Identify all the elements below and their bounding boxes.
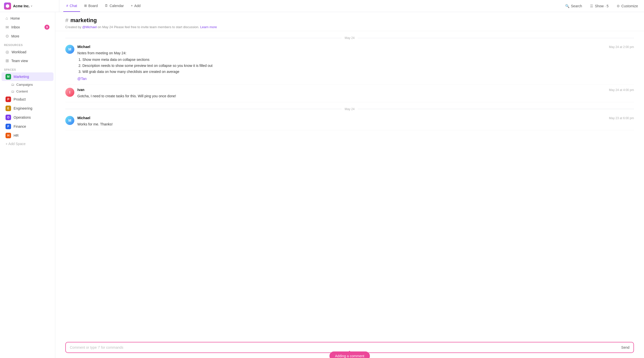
customize-button[interactable]: ⚙ Customize — [615, 3, 640, 9]
show-button[interactable]: ☰ Show · 5 — [588, 3, 610, 9]
subtitle-prefix: Created by — [65, 25, 82, 29]
sidebar-item-inbox-label: Inbox — [11, 25, 20, 29]
add-space-item[interactable]: + Add Space — [2, 140, 53, 147]
message-header-3: Michael May 23 at 6:00 pm — [77, 116, 634, 120]
tab-add-label: Add — [134, 4, 141, 8]
sidebar-item-more-label: More — [11, 34, 19, 38]
add-space-label: + Add Space — [6, 142, 26, 146]
folder-icon: 🗂 — [11, 83, 14, 86]
message-header-1: Michael May 24 at 2:00 pm — [77, 45, 634, 49]
calendar-icon: 🗓 — [105, 4, 108, 8]
tab-chat[interactable]: # Chat — [63, 0, 80, 12]
sidebar-hr-label: HR — [14, 133, 19, 138]
app-header: Acme Inc. ∨ — [4, 0, 59, 12]
sidebar-team-view-label: Team view — [11, 59, 28, 63]
engineering-avatar: E — [6, 106, 11, 111]
message-author-2: Ivan — [77, 88, 84, 92]
gear-icon: ⚙ — [617, 4, 620, 8]
list-item: Show more meta data on collapse sections — [82, 57, 634, 63]
comment-input[interactable] — [66, 342, 617, 352]
finance-avatar: F — [6, 124, 11, 129]
main-layout: ⌂ Home ✉ Inbox 9 ⊙ More Resources ◎ Work… — [0, 12, 644, 358]
chat-icon: # — [66, 4, 68, 8]
hash-icon: # — [65, 17, 68, 24]
sidebar-item-operations[interactable]: O Operations — [2, 113, 53, 122]
tab-add[interactable]: + Add — [128, 0, 144, 12]
sidebar-item-workload[interactable]: ◎ Workload — [2, 48, 53, 56]
operations-avatar: O — [6, 115, 11, 120]
sidebar-item-campaigns[interactable]: 🗂 Campaigns — [2, 81, 53, 88]
workload-icon: ◎ — [6, 50, 9, 54]
customize-label: Customize — [621, 4, 638, 8]
sidebar-marketing-label: Marketing — [14, 75, 29, 79]
resources-section-label: Resources — [0, 40, 55, 48]
more-icon: ⊙ — [6, 34, 9, 38]
message-author-3: Michael — [77, 116, 90, 120]
learn-more-link[interactable]: Learn more — [200, 25, 217, 29]
tab-calendar[interactable]: 🗓 Calendar — [102, 0, 127, 12]
sidebar-item-home[interactable]: ⌂ Home — [2, 14, 53, 22]
sidebar-item-team-view[interactable]: ⊞ Team view — [2, 57, 53, 65]
sidebar-item-product[interactable]: P Product — [2, 95, 53, 104]
search-button[interactable]: 🔍 Search — [563, 3, 584, 9]
tab-board[interactable]: ⊞ Board — [81, 0, 101, 12]
inbox-badge: 9 — [44, 25, 49, 30]
message-text-1: Notes from meeting on May 24: Show more … — [77, 50, 634, 81]
send-button[interactable]: Send — [617, 343, 633, 351]
content-area: # marketing Created by @Michael on May 2… — [55, 12, 644, 358]
app-logo — [4, 3, 11, 10]
search-label: Search — [571, 4, 582, 8]
sidebar-item-inbox[interactable]: ✉ Inbox 9 — [2, 23, 53, 31]
topbar-right: 🔍 Search ☰ Show · 5 ⚙ Customize — [563, 3, 640, 9]
sidebar-item-more[interactable]: ⊙ More — [2, 32, 53, 40]
campaigns-label: Campaigns — [16, 83, 33, 86]
sidebar-item-hr[interactable]: H HR — [2, 131, 53, 140]
inbox-icon: ✉ — [6, 25, 9, 30]
sidebar-item-engineering[interactable]: E Engineering — [2, 104, 53, 113]
app-chevron-icon[interactable]: ∨ — [31, 5, 32, 7]
show-label: Show · 5 — [595, 4, 608, 8]
home-icon: ⌂ — [6, 16, 8, 21]
messages-container: May 24 M Michael May 24 at 2:00 pm Notes… — [55, 31, 644, 338]
avatar-michael-2: M — [65, 116, 74, 125]
message-item-3: M Michael May 23 at 6:00 pm Works for me… — [65, 113, 634, 130]
comment-area: Send Adding a comment — [55, 338, 644, 358]
hr-avatar: H — [6, 133, 11, 138]
message-body-3: Michael May 23 at 6:00 pm Works for me. … — [77, 116, 634, 127]
message-text-2: Gotcha, I need to create tasks for this.… — [77, 93, 634, 99]
tab-chat-label: Chat — [70, 4, 77, 8]
message-item-2: I Ivan May 24 at 4:00 pm Gotcha, I need … — [65, 85, 634, 102]
spaces-section-label: Spaces — [0, 65, 55, 72]
sidebar-finance-label: Finance — [14, 124, 26, 128]
comment-tooltip: Adding a comment — [330, 351, 370, 358]
subtitle-mid: on May 24 Please feel free to invite tea… — [97, 25, 200, 29]
tab-board-label: Board — [88, 4, 98, 8]
folder-icon-2: 🗂 — [11, 89, 14, 93]
sidebar-product-label: Product — [14, 97, 26, 101]
chat-subtitle: Created by @Michael on May 24 Please fee… — [65, 25, 634, 29]
message-mention-1: @Tan — [77, 77, 87, 81]
marketing-avatar: M — [6, 74, 11, 79]
date-divider-2: May 24 — [65, 102, 634, 113]
message-time-1: May 24 at 2:00 pm — [609, 45, 634, 49]
sidebar-item-finance[interactable]: F Finance — [2, 122, 53, 131]
sidebar-workload-label: Workload — [12, 50, 26, 54]
sidebar-item-home-label: Home — [11, 16, 20, 20]
topbar: Acme Inc. ∨ # Chat ⊞ Board 🗓 Calendar + … — [0, 0, 644, 12]
search-icon: 🔍 — [565, 4, 569, 8]
message-header-2: Ivan May 24 at 4:00 pm — [77, 88, 634, 92]
chat-header: # marketing Created by @Michael on May 2… — [55, 12, 644, 31]
message-body-2: Ivan May 24 at 4:00 pm Gotcha, I need to… — [77, 88, 634, 99]
content-label: Content — [16, 89, 28, 93]
list-item: Will grab data on how many checklists ar… — [82, 69, 634, 75]
topbar-tabs: # Chat ⊞ Board 🗓 Calendar + Add — [59, 0, 563, 12]
channel-name: marketing — [70, 17, 97, 24]
sidebar-operations-label: Operations — [14, 115, 31, 119]
sidebar-item-content[interactable]: 🗂 Content — [2, 88, 53, 95]
date-divider-1: May 24 — [65, 31, 634, 42]
sidebar-item-marketing[interactable]: M Marketing — [2, 72, 53, 81]
avatar-michael-1: M — [65, 45, 74, 54]
sidebar: ⌂ Home ✉ Inbox 9 ⊙ More Resources ◎ Work… — [0, 12, 55, 358]
team-view-icon: ⊞ — [6, 58, 9, 63]
chat-title: # marketing — [65, 17, 634, 24]
